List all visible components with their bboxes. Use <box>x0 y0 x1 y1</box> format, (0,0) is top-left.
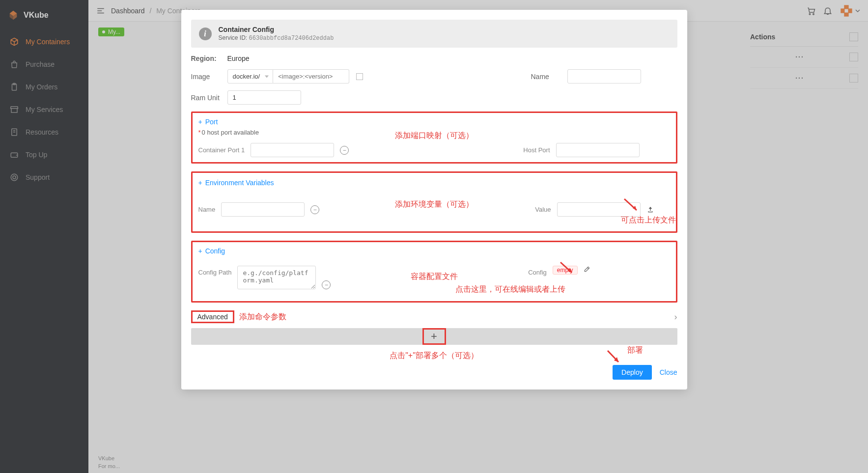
image-checkbox[interactable] <box>356 73 363 80</box>
env-value-label: Value <box>535 206 551 213</box>
close-button[interactable]: Close <box>660 368 677 376</box>
chevron-right-icon[interactable]: › <box>674 312 677 322</box>
annotation-upload: 可点击上传文件 <box>621 215 676 225</box>
arrow-annotation <box>622 196 642 218</box>
annotation-port: 添加端口映射（可选） <box>395 131 474 141</box>
upload-icon[interactable] <box>646 206 654 214</box>
modal-header: i Container Config Service ID: 6630abbfc… <box>191 20 677 48</box>
add-config-link[interactable]: +Config <box>198 247 225 255</box>
advanced-row[interactable]: Advanced 添加命令参数 › <box>191 310 677 323</box>
annotation-deploy: 部署 <box>627 345 643 356</box>
container-config-modal: i Container Config Service ID: 6630abbfc… <box>181 10 687 390</box>
env-section: +Environment Variables 添加环境变量（可选） Name −… <box>191 171 677 233</box>
remove-config-button[interactable]: − <box>322 280 331 289</box>
annotation-config-edit: 点击这里，可在线编辑或者上传 <box>455 284 565 295</box>
ram-input[interactable] <box>227 90 301 105</box>
region-label: Region: <box>191 55 221 62</box>
add-port-link[interactable]: +Port <box>198 118 218 126</box>
config-path-label: Config Path <box>198 266 232 276</box>
env-name-input[interactable] <box>221 202 305 217</box>
plus-icon: + <box>422 328 446 345</box>
annotation-env: 添加环境变量（可选） <box>395 199 474 210</box>
modal-footer: 部署 Deploy Close <box>191 365 677 380</box>
host-port-input[interactable] <box>556 143 640 157</box>
config-section: +Config 容器配置文件 Config Path − Config empt… <box>191 241 677 303</box>
add-env-link[interactable]: +Environment Variables <box>198 179 274 187</box>
arrow-annotation <box>558 260 578 281</box>
advanced-label: Advanced <box>191 310 234 323</box>
image-registry-select[interactable]: docker.io/ <box>227 69 274 83</box>
remove-env-button[interactable]: − <box>310 205 319 214</box>
name-label: Name <box>531 73 560 81</box>
remove-port-button[interactable]: − <box>340 146 349 155</box>
name-input[interactable] <box>567 69 641 83</box>
annotation-advanced: 添加命令参数 <box>239 312 286 322</box>
port-section: +Port *0 host port available 添加端口映射（可选） … <box>191 111 677 164</box>
config-path-input[interactable] <box>237 266 316 289</box>
annotation-config-file: 容器配置文件 <box>411 272 458 282</box>
config-value-label: Config <box>528 266 547 276</box>
env-name-label: Name <box>198 206 216 213</box>
image-input[interactable] <box>273 69 349 83</box>
region-value: Europe <box>227 55 250 62</box>
add-container-bar[interactable]: + <box>191 328 677 345</box>
modal-subtitle: Service ID: 6630abbfcd8a72406d2eddab <box>219 34 334 42</box>
edit-icon[interactable] <box>584 266 590 273</box>
container-port-input[interactable] <box>251 143 334 157</box>
info-icon: i <box>199 28 212 40</box>
host-port-label: Host Port <box>523 146 550 154</box>
arrow-annotation <box>604 348 623 369</box>
modal-title: Container Config <box>219 26 334 33</box>
ram-label: Ram Unit <box>191 94 221 102</box>
image-label: Image <box>191 73 221 81</box>
container-port-label: Container Port 1 <box>198 146 245 154</box>
